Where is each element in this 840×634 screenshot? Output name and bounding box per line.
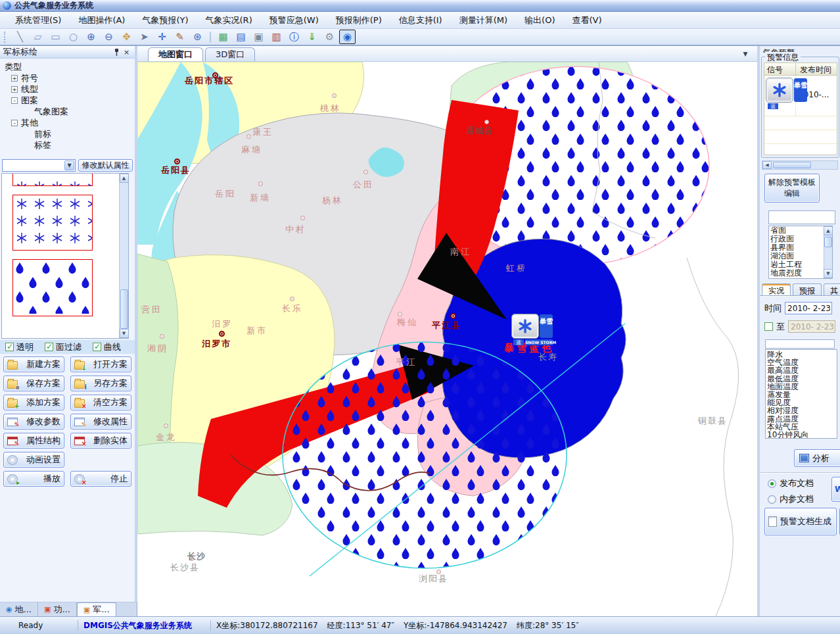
radio-icon[interactable] [768,495,776,504]
pattern-swatch-snow-partial[interactable] [12,174,93,186]
symbol-combobox[interactable]: ▼ [2,159,76,172]
tree-expand-icon[interactable]: + [11,75,18,82]
scroll-left-icon[interactable]: ◀ [762,161,772,169]
pan-hand-icon[interactable]: ✥ [118,30,135,44]
menu-item[interactable]: 信息支持(I) [390,12,451,29]
tree-item[interactable]: 气象图案 [24,106,68,117]
table-hscrollbar[interactable]: ◀ [762,160,838,170]
close-icon[interactable]: × [122,47,131,57]
scheme-button[interactable]: ▪ 保存方案 [3,376,64,391]
layer-list-scrollbar[interactable]: ▲ ▼ [824,226,832,278]
tree-expand-icon[interactable]: - [11,97,18,104]
checkbox-icon[interactable] [93,343,101,351]
generate-warning-doc-button[interactable]: 预警文档生成 [764,508,837,535]
scheme-button[interactable]: i 另存方案 [70,376,131,391]
element-preview-box[interactable] [765,339,835,349]
scheme-button[interactable]: 动画设置 [3,452,64,468]
scroll-up-icon[interactable]: ▲ [120,174,129,183]
scheme-button[interactable]: 新建方案 [3,356,64,372]
scroll-down-icon[interactable]: ▼ [120,329,129,338]
scroll-down-icon[interactable]: ▼ [824,269,833,278]
tab-3d-window[interactable]: 3D窗口 [205,47,255,61]
draw-line-icon[interactable]: ╲ [12,30,28,44]
rectangle-icon[interactable]: ▭ [47,30,64,44]
dock-tab[interactable]: ◉ 地... [0,602,38,616]
pattern-swatch-snowstorm[interactable] [12,195,93,251]
tree-item[interactable]: - 其他 [11,117,68,128]
data-mode-tab[interactable]: 其 [824,283,840,296]
scheme-button[interactable]: × 停止 [70,471,131,487]
zoom-in-icon[interactable]: ⊕ [83,30,99,44]
menu-item[interactable]: 测量计算(M) [451,12,516,29]
snowstorm-warning-sign[interactable]: 暴雪 蓝 SNOW STORM [512,314,553,345]
tree-item[interactable]: + 线型 [11,84,68,95]
pattern-swatch-rain[interactable] [12,259,93,316]
scheme-button[interactable]: ✎ 修改参数 [3,414,64,429]
pattern-list-scrollbar[interactable]: ▲ ▼ [119,174,128,338]
dismiss-warning-template-button[interactable]: 解除预警模板编辑 [764,174,820,203]
scroll-thumb[interactable] [120,289,128,329]
tree-root-label[interactable]: 类型 [5,61,68,72]
element-list-item[interactable]: 露点温度 [767,415,837,423]
option-checkbox[interactable]: 曲线 [93,341,121,353]
tree-expand-icon[interactable]: + [11,86,18,93]
option-checkbox[interactable]: 面过滤 [45,341,82,353]
select-arrow-icon[interactable]: ➤ [136,30,152,44]
element-list-item[interactable]: 10分钟风向 [767,431,837,439]
to-checkbox[interactable] [764,322,773,331]
pin-icon[interactable] [112,47,122,57]
chevron-down-icon[interactable]: ▼ [64,160,74,170]
map-canvas[interactable]: 岳阳市辖区 岳阳县 汨罗市 平江县 桃林 康王 麻塘 公田 岳阳 新墙 杨林 中… [137,62,757,616]
menu-item[interactable]: 气象实况(R) [197,12,261,29]
doc-type-radio[interactable]: 发布文档 [768,477,814,489]
window-icon[interactable]: ▤ [233,30,249,44]
zoom-out-icon[interactable]: ⊖ [101,30,117,44]
image-icon[interactable]: ▦ [215,30,231,44]
toolbar-grip[interactable] [4,32,7,43]
warning-table[interactable]: 信号 发布时间 暴雪 蓝 SNOW STORM 2010-... [764,62,837,155]
scheme-button[interactable]: ↓ 打开方案 [70,356,131,372]
scroll-up-icon[interactable]: ▲ [824,226,833,235]
tree-item[interactable]: - 图案 [11,95,68,106]
zoom-extent-icon[interactable]: ⊛ [189,30,206,44]
menu-item[interactable]: 气象预报(Y) [133,12,197,29]
menu-item[interactable]: 预报制作(P) [327,12,390,29]
element-list-item[interactable]: 最高温度 [767,366,837,374]
tree-item[interactable]: + 符号 [11,72,68,84]
scheme-button[interactable]: ✎ 属性结构 [3,433,64,449]
menu-item[interactable]: 地图操作(A) [70,12,133,29]
menu-item[interactable]: 输出(O) [516,12,563,29]
menu-item[interactable]: 预警应急(W) [261,12,327,29]
checkbox-icon[interactable] [45,343,53,351]
scheme-button[interactable]: ✎ 修改属性 [70,414,131,429]
scheme-button[interactable]: × 删除实体 [70,433,131,449]
polygon-icon[interactable]: ▱ [30,30,46,44]
dock-tab[interactable]: ▣ 功... [38,602,77,616]
data-mode-tab[interactable]: 实况 [762,283,791,296]
col-signal[interactable]: 信号 [764,63,796,75]
ellipse-icon[interactable]: ○ [65,30,82,44]
scheme-button[interactable]: + 添加方案 [3,395,64,410]
layer-list-item[interactable]: 地震烈度 [770,269,832,278]
menu-item[interactable]: 查看(V) [563,12,610,29]
tab-list-dropdown-icon[interactable]: ▼ [740,51,751,57]
menu-item[interactable]: 系统管理(S) [7,12,70,29]
scroll-thumb[interactable] [824,237,832,247]
col-publish-time[interactable]: 发布时间 [796,63,837,75]
move-icon[interactable]: ✛ [154,30,170,44]
template-preview-box[interactable] [768,210,835,224]
data-mode-tab[interactable]: 预报 [793,283,822,296]
tree-expand-icon[interactable]: - [11,120,18,126]
time-to-input[interactable]: 2010- 2-23 [788,320,835,333]
print-preview-icon[interactable]: ▥ [268,30,285,44]
scroll-thumb[interactable] [773,162,811,168]
analyze-button[interactable]: 分析 [794,449,840,467]
print-icon[interactable]: ▣ [250,30,267,44]
scheme-button[interactable]: ▸ 播放 [3,471,64,487]
option-checkbox[interactable]: 透明 [5,341,34,353]
tab-map-window[interactable]: 地图窗口 [148,47,203,61]
element-listbox[interactable]: 降水 空气温度 最高温度 最低温度 地面温度 蒸发量 能见度 相对湿度 露点温度… [765,349,837,439]
paintbrush-icon[interactable]: ✎ [172,30,188,44]
tree-item[interactable]: 箭标 [24,128,68,139]
checkbox-icon[interactable] [5,343,14,351]
